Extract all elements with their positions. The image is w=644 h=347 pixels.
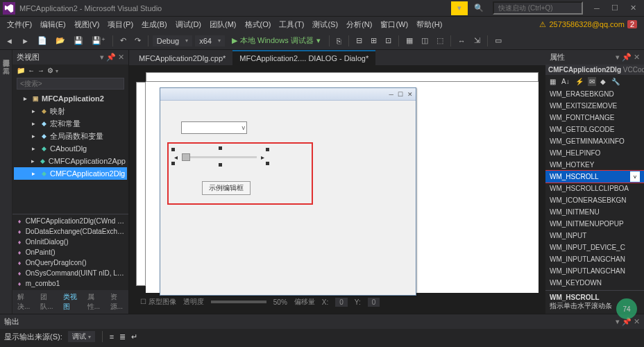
class-tree[interactable]: ▸▣MFCApplication2 ▸◆映射▸◆宏和常量▸◆全局函数和变量▸◆C… [12, 91, 128, 214]
property-row[interactable]: WM_EXITSIZEMOVE [545, 100, 644, 112]
property-row[interactable]: WM_GETDLGCODE [545, 124, 644, 135]
menu-item[interactable]: 编辑(E) [36, 18, 70, 31]
dialog-form[interactable]: ─ ☐ ✕ v ◂ ▸ [160, 87, 416, 296]
save-all-icon[interactable]: 💾⁺ [89, 35, 108, 46]
member-list[interactable]: ♦ CMFCApplication2Dlg(CWnd * pPa♦ DoData… [12, 214, 128, 290]
cv-back-icon[interactable]: ← [28, 67, 35, 74]
property-row[interactable]: WM_INPUTLANGCHAN [545, 253, 644, 265]
property-row[interactable]: WM_INPUT [545, 230, 644, 242]
offset-y-input[interactable]: 0 [368, 298, 380, 307]
selection-handle[interactable] [266, 148, 269, 151]
properties-object-dropdown[interactable]: CMFCApplication2Dlg VCCodeClass ▾ [545, 65, 644, 75]
sizing-icon[interactable]: ⇲ [471, 35, 483, 46]
platform-dropdown[interactable]: x64 [195, 35, 225, 46]
tree-node[interactable]: ▸◆映射 [14, 105, 127, 117]
design-canvas[interactable]: ─ ☐ ✕ v ◂ ▸ [146, 82, 539, 293]
cv-settings-icon[interactable]: ⚙ [47, 67, 58, 74]
member-item[interactable]: ♦ DoDataExchange(CDataExchange [14, 226, 127, 237]
property-row[interactable]: WM_INPUT_DEVICE_C [545, 242, 644, 253]
member-item[interactable]: ♦ OnQueryDragIcon() [14, 257, 127, 268]
menu-item[interactable]: 文件(F) [3, 18, 36, 31]
selection-handle[interactable] [171, 162, 175, 165]
project-node[interactable]: ▸▣MFCApplication2 [14, 92, 127, 105]
properties-list[interactable]: WM_ERASEBKGNDWM_EXITSIZEMOVEWM_FONTCHANG… [545, 88, 644, 290]
menu-item[interactable]: 测试(S) [308, 18, 342, 31]
cv-new-folder-icon[interactable]: 📁 [17, 67, 25, 74]
output-wrap-icon[interactable]: ↵ [131, 332, 137, 341]
selection-handle[interactable] [171, 148, 175, 151]
props-overrides-icon[interactable]: ◆ [599, 77, 607, 86]
menu-item[interactable]: 生成(B) [137, 18, 171, 31]
proto-image-checkbox[interactable]: ☐ 原型图像 [140, 297, 176, 307]
search-icon[interactable]: 🔍 [471, 1, 487, 15]
member-item[interactable]: ♦ OnSysCommand(UINT nID, LPARA [14, 268, 127, 278]
output-clear-icon[interactable]: ≡ [110, 332, 114, 341]
props-messages-icon[interactable]: ✉ [588, 77, 596, 86]
property-row[interactable]: WM_HSCROLLCLIPBOA [545, 183, 644, 194]
pin-icon[interactable]: ▾ 📌 ✕ [100, 53, 124, 61]
combo-box-control[interactable]: v [181, 121, 247, 134]
output-toggle-icon[interactable]: ≣ [119, 332, 126, 341]
minimize-icon[interactable]: ─ [588, 1, 605, 15]
property-row[interactable]: WM_ERASEBKGND [545, 88, 644, 100]
property-row[interactable]: WM_HOTKEY [545, 159, 644, 171]
cv-tab[interactable]: 资源... [105, 290, 128, 314]
doc-tab[interactable]: MFCApplication2.... DIALOG - Dialog* [232, 50, 375, 65]
align-left-icon[interactable]: ⊟ [353, 35, 365, 46]
spacing-icon[interactable]: ↔ [455, 35, 468, 46]
selection-handle[interactable] [219, 146, 222, 150]
menu-item[interactable]: 格式(O) [241, 18, 276, 31]
server-explorer-tab[interactable]: 服务器资源管理器 [0, 53, 12, 56]
tree-node[interactable]: ▸◆宏和常量 [14, 117, 127, 130]
config-dropdown[interactable]: Debug [153, 35, 192, 46]
member-item[interactable]: ♦ OnPaint() [14, 247, 127, 257]
cv-tab[interactable]: 类视图 [58, 290, 82, 314]
member-item[interactable]: ♦ OnInitDialog() [14, 237, 127, 247]
menu-item[interactable]: 帮助(H) [412, 18, 446, 31]
selection-handle[interactable] [266, 162, 269, 165]
offset-x-input[interactable]: 0 [335, 298, 348, 307]
maximize-icon[interactable]: ☐ [607, 1, 623, 15]
property-row[interactable]: WM_FONTCHANGE [545, 112, 644, 124]
menu-item[interactable]: 视图(V) [70, 18, 104, 31]
menu-item[interactable]: 团队(M) [205, 18, 241, 31]
tree-node[interactable]: ▸◆CMFCApplication2App [14, 155, 127, 167]
redo-icon[interactable]: ↷ [132, 35, 144, 46]
tree-node[interactable]: ▸◆全局函数和变量 [14, 130, 127, 142]
close-icon[interactable]: ✕ [625, 1, 641, 15]
notification-flag-icon[interactable]: ▾ [451, 1, 468, 15]
tree-node[interactable]: ▸◆CAboutDlg [14, 142, 127, 155]
cv-fwd-icon[interactable]: → [37, 67, 44, 74]
sample-button-control[interactable]: 示例编辑框 [202, 181, 251, 195]
property-row[interactable]: WM_KEYDOWN [545, 277, 644, 289]
nav-fwd-icon[interactable]: ► [19, 35, 32, 46]
start-debug-button[interactable]: ▶ 本地 Windows 调试器 ▾ [228, 34, 325, 47]
member-item[interactable]: ♦ CMFCApplication2Dlg(CWnd * pPa [14, 216, 127, 226]
open-icon[interactable]: 📂 [53, 35, 68, 46]
account-notify[interactable]: ⚠ 2573586328@qq.com 2 [539, 20, 641, 29]
menu-item[interactable]: 工具(T) [275, 18, 308, 31]
toolbox-tab[interactable]: 工具箱 [0, 61, 12, 64]
member-item[interactable]: ♦ m_combo1 [14, 278, 127, 289]
props-alpha-icon[interactable]: A↓ [560, 77, 571, 86]
menu-item[interactable]: 窗口(W) [376, 18, 412, 31]
cv-tab[interactable]: 属性... [83, 290, 105, 314]
nav-back-icon[interactable]: ◄ [3, 35, 16, 46]
menu-item[interactable]: 项目(P) [103, 18, 137, 31]
selection-handle[interactable] [219, 163, 222, 167]
property-row[interactable]: WM_ICONERASEBKGN [545, 194, 644, 206]
test-dialog-icon[interactable]: ▭ [492, 35, 505, 46]
menu-item[interactable]: 调试(D) [171, 18, 205, 31]
align-right-icon[interactable]: ⊡ [382, 35, 394, 46]
property-row[interactable]: WM_HELPINFO [545, 147, 644, 159]
property-row[interactable]: WM_GETMINMAXINFO [545, 135, 644, 147]
property-row[interactable]: WM_INPUTLANGCHAN [545, 265, 644, 277]
props-pin-icon[interactable]: ▾ 📌 ✕ [616, 53, 640, 62]
quick-launch-input[interactable] [493, 1, 583, 15]
align-center-icon[interactable]: ⊞ [368, 35, 380, 46]
save-icon[interactable]: 💾 [71, 35, 86, 46]
undo-icon[interactable]: ↶ [117, 35, 129, 46]
props-categorized-icon[interactable]: ▦ [548, 77, 557, 86]
cv-tab[interactable]: 团队... [35, 290, 58, 314]
cv-tab[interactable]: 解决... [12, 290, 35, 314]
